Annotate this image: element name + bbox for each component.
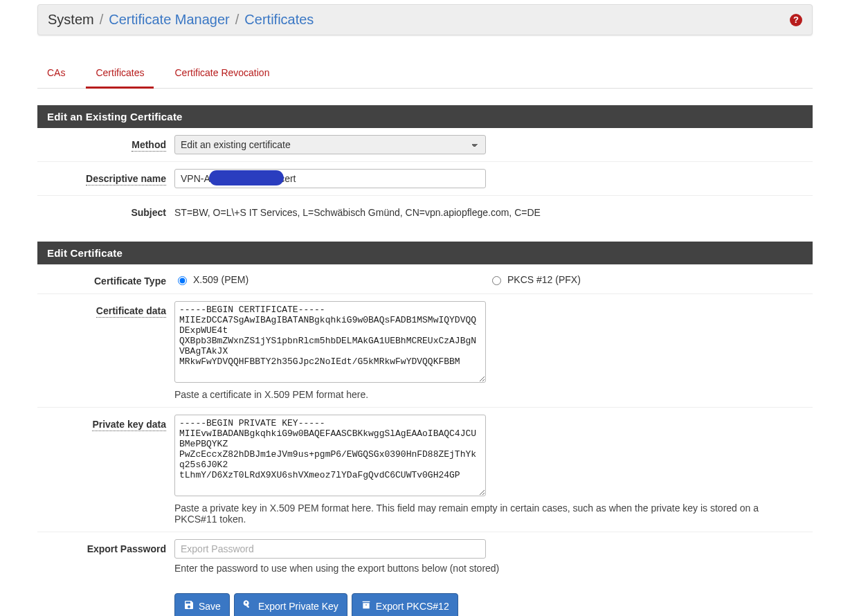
breadcrumb-certificates[interactable]: Certificates xyxy=(244,12,314,28)
panel-edit-existing: Edit an Existing Certificate Method Edit… xyxy=(37,105,813,225)
tab-certificate-revocation[interactable]: Certificate Revocation xyxy=(165,60,279,89)
panel-title: Edit an Existing Certificate xyxy=(37,105,813,128)
label-subject: Subject xyxy=(37,203,174,218)
private-key-data-help: Paste a private key in X.509 PEM format … xyxy=(174,502,803,525)
subject-value: ST=BW, O=L\+S IT Services, L=Schwäbisch … xyxy=(174,203,803,218)
export-password-help: Enter the password to use when using the… xyxy=(174,563,803,574)
label-certificate-type: Certificate Type xyxy=(37,271,174,287)
panel-edit-certificate: Edit Certificate Certificate Type X.509 … xyxy=(37,242,813,581)
label-descriptive-name: Descriptive name xyxy=(37,169,174,184)
label-certificate-data: Certificate data xyxy=(37,301,174,316)
radio-x509-pem[interactable] xyxy=(178,276,187,285)
radio-pkcs12-pfx-label: PKCS #12 (PFX) xyxy=(507,274,581,285)
certificate-data-help: Paste a certificate in X.509 PEM format … xyxy=(174,389,803,400)
save-icon xyxy=(183,599,195,613)
private-key-data-textarea[interactable] xyxy=(174,415,486,496)
breadcrumb-separator: / xyxy=(234,12,241,28)
export-private-key-label: Export Private Key xyxy=(258,601,338,612)
save-button[interactable]: Save xyxy=(174,593,230,616)
label-export-password: Export Password xyxy=(37,539,174,554)
breadcrumb-root[interactable]: System xyxy=(48,12,94,28)
archive-icon xyxy=(361,599,372,613)
export-pkcs12-button[interactable]: Export PKCS#12 xyxy=(352,593,458,616)
breadcrumb-certificate-manager[interactable]: Certificate Manager xyxy=(109,12,230,28)
button-row: Save Export Private Key Export PKCS#12 xyxy=(174,593,813,616)
label-private-key-data: Private key data xyxy=(37,415,174,430)
tab-cas[interactable]: CAs xyxy=(37,60,75,89)
help-icon[interactable]: ? xyxy=(790,14,802,26)
descriptive-name-input[interactable] xyxy=(174,169,486,188)
export-pkcs12-label: Export PKCS#12 xyxy=(376,601,449,612)
certificate-data-textarea[interactable] xyxy=(174,301,486,383)
export-password-input[interactable] xyxy=(174,539,486,559)
label-method: Method xyxy=(37,135,174,150)
breadcrumb-separator: / xyxy=(98,12,105,28)
tabs: CAs Certificates Certificate Revocation xyxy=(37,60,813,89)
tab-certificates[interactable]: Certificates xyxy=(86,60,154,89)
key-icon xyxy=(243,599,254,613)
method-select[interactable]: Edit an existing certificate xyxy=(174,135,486,154)
breadcrumb: System / Certificate Manager / Certifica… xyxy=(37,4,813,35)
save-label: Save xyxy=(199,601,221,612)
export-private-key-button[interactable]: Export Private Key xyxy=(234,593,347,616)
radio-x509-pem-label: X.509 (PEM) xyxy=(193,274,248,285)
panel-title: Edit Certificate xyxy=(37,242,813,264)
radio-pkcs12-pfx[interactable] xyxy=(492,276,501,285)
